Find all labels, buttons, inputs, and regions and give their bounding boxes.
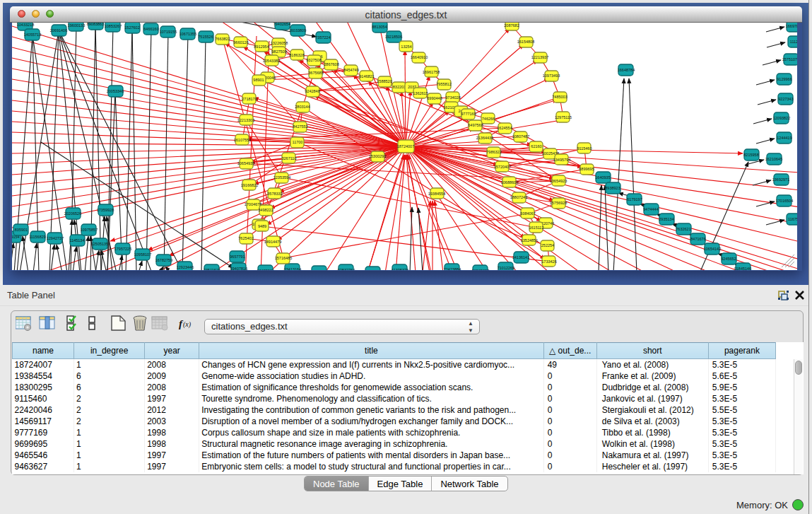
svg-text:13254: 13254 bbox=[401, 45, 411, 49]
svg-text:10688609: 10688609 bbox=[501, 180, 518, 185]
svg-text:12353594: 12353594 bbox=[273, 175, 290, 180]
svg-text:1624554: 1624554 bbox=[497, 126, 512, 130]
svg-text:20691406: 20691406 bbox=[50, 28, 67, 33]
svg-text:16210645: 16210645 bbox=[765, 157, 782, 161]
svg-text:79402654: 79402654 bbox=[273, 23, 290, 26]
svg-text:252254: 252254 bbox=[541, 243, 554, 247]
svg-text:75255341: 75255341 bbox=[311, 269, 328, 270]
svg-text:15716485: 15716485 bbox=[275, 256, 292, 260]
svg-text:21364436: 21364436 bbox=[476, 136, 493, 140]
svg-text:6497568: 6497568 bbox=[468, 123, 483, 127]
svg-text:92832764: 92832764 bbox=[338, 268, 355, 270]
svg-text:12213303: 12213303 bbox=[237, 118, 254, 122]
svg-text:1615112: 1615112 bbox=[529, 226, 543, 230]
svg-text:13495794: 13495794 bbox=[553, 158, 570, 162]
svg-text:9827509: 9827509 bbox=[271, 49, 286, 54]
svg-text:1640935: 1640935 bbox=[595, 175, 610, 180]
svg-text:1145134: 1145134 bbox=[69, 238, 84, 243]
svg-text:3498222: 3498222 bbox=[258, 208, 273, 212]
svg-text:17957225: 17957225 bbox=[114, 247, 131, 251]
svg-text:10671355: 10671355 bbox=[180, 32, 196, 36]
svg-text:96965328: 96965328 bbox=[472, 269, 489, 270]
svg-text:116753: 116753 bbox=[788, 217, 797, 221]
svg-text:9245652: 9245652 bbox=[721, 257, 736, 261]
svg-text:10433218: 10433218 bbox=[17, 23, 34, 27]
svg-text:832203: 832203 bbox=[393, 85, 406, 89]
svg-text:89083863: 89083863 bbox=[87, 23, 104, 26]
svg-text:9146821: 9146821 bbox=[359, 74, 374, 78]
svg-text:1362615: 1362615 bbox=[413, 91, 428, 95]
svg-text:16648784: 16648784 bbox=[618, 68, 635, 72]
svg-text:11156829: 11156829 bbox=[29, 235, 46, 239]
svg-text:12923446: 12923446 bbox=[177, 265, 194, 269]
svg-text:1244419: 1244419 bbox=[777, 136, 792, 140]
svg-text:1588520: 1588520 bbox=[377, 79, 392, 83]
svg-text:9474444: 9474444 bbox=[643, 207, 658, 211]
svg-text:7357224: 7357224 bbox=[315, 35, 330, 40]
svg-text:13226058: 13226058 bbox=[271, 41, 288, 45]
svg-text:10543382: 10543382 bbox=[263, 59, 280, 63]
svg-text:9115460: 9115460 bbox=[577, 146, 592, 151]
svg-text:01845146: 01845146 bbox=[734, 267, 751, 270]
svg-text:8186328: 8186328 bbox=[289, 53, 304, 57]
svg-text:71012269: 71012269 bbox=[498, 266, 514, 270]
svg-text:10807487: 10807487 bbox=[512, 134, 529, 139]
svg-text:17004678: 17004678 bbox=[245, 202, 261, 206]
svg-text:3675685: 3675685 bbox=[308, 71, 323, 75]
svg-text:9660126: 9660126 bbox=[233, 40, 248, 45]
svg-text:7485003: 7485003 bbox=[552, 95, 567, 99]
svg-text:10975857: 10975857 bbox=[81, 228, 98, 232]
svg-text:13524851: 13524851 bbox=[521, 238, 538, 243]
svg-text:19384554: 19384554 bbox=[428, 192, 445, 196]
svg-text:12942737: 12942737 bbox=[47, 236, 64, 240]
svg-text:8215958: 8215958 bbox=[743, 153, 758, 157]
svg-text:2803144: 2803144 bbox=[295, 105, 310, 109]
svg-text:3267110: 3267110 bbox=[281, 156, 296, 160]
svg-text:15751074: 15751074 bbox=[782, 57, 797, 62]
svg-text:7663822: 7663822 bbox=[215, 37, 230, 41]
svg-text:746266: 746266 bbox=[482, 117, 495, 121]
svg-text:9242848: 9242848 bbox=[305, 89, 319, 93]
svg-text:13692971: 13692971 bbox=[772, 177, 789, 182]
svg-text:72423884: 72423884 bbox=[444, 267, 461, 270]
svg-text:8454749: 8454749 bbox=[343, 68, 358, 72]
svg-text:8427552: 8427552 bbox=[293, 124, 307, 129]
svg-text:20053346: 20053346 bbox=[107, 89, 124, 93]
svg-text:10654142: 10654142 bbox=[704, 247, 721, 251]
svg-text:7625402: 7625402 bbox=[238, 236, 253, 240]
svg-text:11700: 11700 bbox=[293, 140, 303, 144]
svg-text:16640910: 16640910 bbox=[411, 55, 428, 59]
svg-text:(x): (x) bbox=[183, 320, 192, 329]
svg-text:16107554: 16107554 bbox=[234, 138, 251, 142]
svg-text:11125: 11125 bbox=[790, 40, 797, 44]
svg-text:14055713: 14055713 bbox=[24, 33, 41, 37]
svg-text:23511615: 23511615 bbox=[204, 268, 220, 270]
svg-text:18724007: 18724007 bbox=[397, 144, 414, 148]
svg-text:20206526: 20206526 bbox=[64, 211, 81, 216]
svg-text:18807249: 18807249 bbox=[510, 195, 527, 199]
svg-text:15720407: 15720407 bbox=[494, 165, 511, 169]
svg-text:16154808: 16154808 bbox=[517, 40, 534, 44]
svg-text:16697848: 16697848 bbox=[786, 24, 797, 28]
svg-text:6179197: 6179197 bbox=[627, 197, 642, 201]
svg-text:16961758: 16961758 bbox=[423, 70, 440, 74]
svg-text:7632621: 7632621 bbox=[676, 227, 690, 231]
svg-text:2867608: 2867608 bbox=[324, 62, 339, 66]
svg-text:16033809: 16033809 bbox=[289, 28, 306, 33]
svg-text:18495931: 18495931 bbox=[257, 269, 274, 270]
svg-text:9489: 9489 bbox=[258, 224, 266, 228]
svg-text:7515526: 7515526 bbox=[198, 35, 213, 39]
svg-text:13654923: 13654923 bbox=[550, 179, 567, 183]
svg-text:10853267: 10853267 bbox=[105, 24, 122, 28]
svg-text:98901: 98901 bbox=[253, 78, 264, 82]
svg-text:2087682: 2087682 bbox=[504, 23, 519, 28]
svg-text:10958107: 10958107 bbox=[134, 252, 151, 257]
svg-text:9657791: 9657791 bbox=[230, 255, 245, 259]
svg-text:12505135: 12505135 bbox=[91, 242, 108, 246]
svg-text:03413164: 03413164 bbox=[284, 267, 301, 270]
svg-text:1527602: 1527602 bbox=[124, 25, 139, 30]
svg-text:9129966: 9129966 bbox=[777, 77, 792, 81]
svg-text:8938923: 8938923 bbox=[605, 186, 620, 190]
svg-text:14914479: 14914479 bbox=[264, 240, 281, 244]
svg-text:41395376: 41395376 bbox=[392, 268, 408, 270]
